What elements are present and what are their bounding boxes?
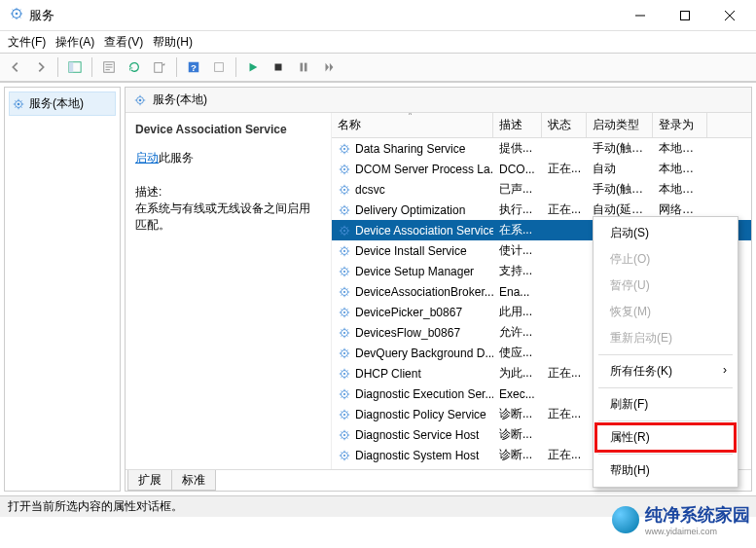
tree-item-services-local[interactable]: 服务(本地) bbox=[9, 91, 116, 116]
column-description[interactable]: 描述 bbox=[493, 113, 542, 137]
gear-icon bbox=[338, 142, 351, 156]
help-button[interactable]: ? bbox=[182, 55, 205, 79]
refresh-button[interactable] bbox=[123, 55, 146, 79]
list-header: 名称 描述 状态 启动类型 登录为 bbox=[332, 113, 751, 138]
show-hide-tree-button[interactable] bbox=[63, 55, 87, 79]
nav-back-button[interactable] bbox=[4, 55, 27, 79]
menu-view[interactable]: 查看(V) bbox=[104, 34, 143, 51]
context-menu-resume: 恢复(M) bbox=[596, 299, 735, 325]
gear-icon bbox=[338, 183, 351, 197]
description-text: 在系统与有线或无线设备之间启用匹配。 bbox=[135, 201, 321, 234]
context-menu-start[interactable]: 启动(S) bbox=[596, 220, 735, 246]
gear-icon bbox=[338, 428, 351, 442]
restart-service-button[interactable] bbox=[317, 55, 341, 79]
service-name: Diagnostic Policy Service bbox=[355, 408, 486, 421]
service-name: Device Association Service bbox=[355, 224, 493, 237]
svg-point-16 bbox=[139, 98, 142, 101]
column-logon-as[interactable]: 登录为 bbox=[653, 113, 707, 137]
service-name: DHCP Client bbox=[355, 367, 421, 381]
svg-rect-4 bbox=[69, 62, 73, 73]
watermark-text: 纯净系统家园 bbox=[645, 505, 750, 525]
gear-icon bbox=[12, 97, 25, 111]
context-menu-stop: 停止(O) bbox=[596, 246, 735, 273]
service-name: Diagnostic System Host bbox=[355, 449, 479, 462]
svg-rect-2 bbox=[681, 11, 690, 19]
service-row[interactable]: dcsvc已声...手动(触发...本地系统 bbox=[332, 179, 751, 200]
service-desc: 使计... bbox=[493, 242, 542, 259]
properties-button[interactable] bbox=[97, 55, 121, 79]
window-minimize-button[interactable] bbox=[618, 1, 663, 30]
menu-help[interactable]: 帮助(H) bbox=[153, 34, 193, 51]
service-status: 正在... bbox=[542, 447, 587, 463]
service-name: DCOM Server Process La... bbox=[355, 163, 493, 176]
service-start-type: 手动(触发... bbox=[587, 140, 653, 157]
svg-point-14 bbox=[18, 102, 20, 105]
context-menu-all-tasks[interactable]: 所有任务(K) bbox=[596, 358, 735, 384]
service-desc: 诊断... bbox=[493, 447, 542, 463]
service-desc: 为此... bbox=[493, 365, 542, 382]
selected-service-name: Device Association Service bbox=[135, 123, 321, 136]
service-name: dcsvc bbox=[355, 183, 385, 197]
column-name[interactable]: 名称 bbox=[332, 113, 493, 137]
service-row[interactable]: DCOM Server Process La...DCO...正在...自动本地… bbox=[332, 159, 751, 179]
svg-rect-10 bbox=[275, 64, 282, 71]
service-status: 正在... bbox=[542, 201, 587, 218]
svg-rect-9 bbox=[215, 63, 224, 72]
context-menu: 启动(S) 停止(O) 暂停(U) 恢复(M) 重新启动(E) 所有任务(K) … bbox=[593, 216, 738, 488]
gear-icon bbox=[338, 449, 351, 462]
service-row[interactable]: Data Sharing Service提供...手动(触发...本地系统 bbox=[332, 138, 751, 159]
svg-point-44 bbox=[343, 413, 345, 415]
window-title: 服务 bbox=[29, 7, 618, 24]
gear-icon bbox=[338, 163, 351, 176]
svg-point-24 bbox=[343, 208, 345, 210]
svg-point-22 bbox=[343, 188, 345, 190]
start-service-button[interactable] bbox=[241, 55, 265, 79]
svg-point-42 bbox=[343, 392, 345, 394]
column-startup-type[interactable]: 启动类型 bbox=[587, 113, 653, 137]
window-maximize-button[interactable] bbox=[663, 1, 707, 30]
service-desc: 在系... bbox=[493, 222, 542, 238]
app-icon bbox=[10, 7, 23, 24]
svg-point-38 bbox=[343, 351, 345, 353]
service-start-type: 自动 bbox=[587, 161, 653, 177]
window-close-button[interactable] bbox=[707, 1, 752, 30]
window-titlebar: 服务 bbox=[0, 0, 756, 31]
pane-title: 服务(本地) bbox=[153, 91, 207, 108]
service-name: Diagnostic Execution Ser... bbox=[355, 387, 493, 401]
service-name: Device Install Service bbox=[355, 244, 467, 258]
service-status: 正在... bbox=[542, 365, 587, 382]
service-name: DevicePicker_b0867 bbox=[355, 306, 462, 319]
service-name: DevicesFlow_b0867 bbox=[355, 326, 460, 340]
menubar: 文件(F) 操作(A) 查看(V) 帮助(H) bbox=[0, 31, 756, 53]
gear-icon bbox=[338, 367, 351, 381]
pause-service-button[interactable] bbox=[292, 55, 315, 79]
tab-extended[interactable]: 扩展 bbox=[127, 470, 172, 491]
service-logon: 本地系统 bbox=[653, 181, 707, 198]
gear-icon bbox=[338, 387, 351, 401]
column-status[interactable]: 状态 bbox=[542, 113, 587, 137]
tree-pane: 服务(本地) bbox=[4, 87, 121, 492]
gear-icon bbox=[338, 224, 351, 237]
context-menu-properties[interactable]: 属性(R) bbox=[596, 424, 735, 451]
toolbar: ? bbox=[0, 53, 756, 82]
svg-point-28 bbox=[343, 249, 345, 251]
stop-service-button[interactable] bbox=[267, 55, 290, 79]
context-menu-refresh[interactable]: 刷新(F) bbox=[596, 391, 735, 418]
service-name: Delivery Optimization bbox=[355, 203, 465, 217]
toolbar-icon[interactable] bbox=[207, 55, 231, 79]
service-desc: 诊断... bbox=[493, 426, 542, 443]
svg-rect-6 bbox=[155, 63, 162, 73]
nav-forward-button[interactable] bbox=[29, 55, 53, 79]
gear-icon bbox=[338, 244, 351, 258]
menu-action[interactable]: 操作(A) bbox=[55, 34, 94, 51]
context-menu-help[interactable]: 帮助(H) bbox=[596, 457, 735, 484]
service-desc: 使应... bbox=[493, 345, 542, 361]
export-button[interactable] bbox=[148, 55, 171, 79]
start-service-link[interactable]: 启动 bbox=[135, 151, 159, 164]
tab-standard[interactable]: 标准 bbox=[171, 470, 216, 491]
service-desc: Exec... bbox=[493, 387, 542, 401]
gear-icon bbox=[338, 347, 351, 360]
menu-file[interactable]: 文件(F) bbox=[8, 34, 46, 51]
gear-icon bbox=[133, 93, 147, 107]
watermark-url: www.yidaimei.com bbox=[645, 527, 750, 536]
